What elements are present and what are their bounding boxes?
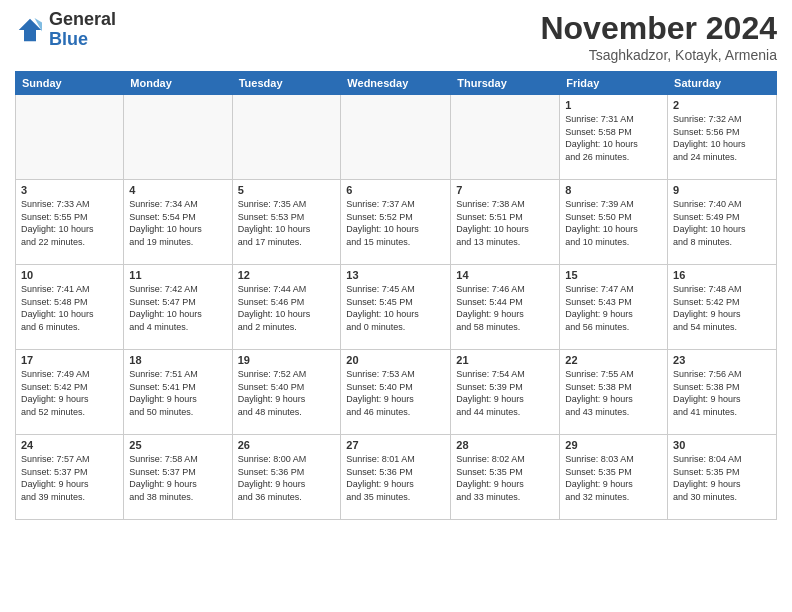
calendar-cell: 1Sunrise: 7:31 AM Sunset: 5:58 PM Daylig… xyxy=(560,95,668,180)
day-info: Sunrise: 7:57 AM Sunset: 5:37 PM Dayligh… xyxy=(21,453,118,503)
calendar-cell: 23Sunrise: 7:56 AM Sunset: 5:38 PM Dayli… xyxy=(668,350,777,435)
calendar-cell: 19Sunrise: 7:52 AM Sunset: 5:40 PM Dayli… xyxy=(232,350,341,435)
day-info: Sunrise: 7:58 AM Sunset: 5:37 PM Dayligh… xyxy=(129,453,226,503)
day-number: 1 xyxy=(565,99,662,111)
day-number: 27 xyxy=(346,439,445,451)
calendar-weekday-header: Saturday xyxy=(668,72,777,95)
day-info: Sunrise: 7:32 AM Sunset: 5:56 PM Dayligh… xyxy=(673,113,771,163)
calendar-cell: 30Sunrise: 8:04 AM Sunset: 5:35 PM Dayli… xyxy=(668,435,777,520)
calendar-weekday-header: Tuesday xyxy=(232,72,341,95)
calendar-cell: 15Sunrise: 7:47 AM Sunset: 5:43 PM Dayli… xyxy=(560,265,668,350)
day-info: Sunrise: 7:47 AM Sunset: 5:43 PM Dayligh… xyxy=(565,283,662,333)
day-info: Sunrise: 7:49 AM Sunset: 5:42 PM Dayligh… xyxy=(21,368,118,418)
calendar-cell xyxy=(451,95,560,180)
day-number: 28 xyxy=(456,439,554,451)
logo-general-text: General xyxy=(49,9,116,29)
calendar-cell: 9Sunrise: 7:40 AM Sunset: 5:49 PM Daylig… xyxy=(668,180,777,265)
day-number: 24 xyxy=(21,439,118,451)
day-number: 19 xyxy=(238,354,336,366)
day-info: Sunrise: 7:55 AM Sunset: 5:38 PM Dayligh… xyxy=(565,368,662,418)
calendar-cell: 13Sunrise: 7:45 AM Sunset: 5:45 PM Dayli… xyxy=(341,265,451,350)
calendar-cell: 16Sunrise: 7:48 AM Sunset: 5:42 PM Dayli… xyxy=(668,265,777,350)
calendar-cell: 20Sunrise: 7:53 AM Sunset: 5:40 PM Dayli… xyxy=(341,350,451,435)
day-number: 14 xyxy=(456,269,554,281)
header: General Blue November 2024 Tsaghkadzor, … xyxy=(15,10,777,63)
day-info: Sunrise: 7:40 AM Sunset: 5:49 PM Dayligh… xyxy=(673,198,771,248)
day-number: 7 xyxy=(456,184,554,196)
day-info: Sunrise: 7:39 AM Sunset: 5:50 PM Dayligh… xyxy=(565,198,662,248)
location-subtitle: Tsaghkadzor, Kotayk, Armenia xyxy=(540,47,777,63)
day-number: 2 xyxy=(673,99,771,111)
calendar-weekday-header: Monday xyxy=(124,72,232,95)
day-number: 9 xyxy=(673,184,771,196)
day-number: 6 xyxy=(346,184,445,196)
day-number: 8 xyxy=(565,184,662,196)
logo-icon xyxy=(15,15,45,45)
calendar-cell: 2Sunrise: 7:32 AM Sunset: 5:56 PM Daylig… xyxy=(668,95,777,180)
calendar-weekday-header: Thursday xyxy=(451,72,560,95)
calendar-weekday-header: Sunday xyxy=(16,72,124,95)
calendar-table: SundayMondayTuesdayWednesdayThursdayFrid… xyxy=(15,71,777,520)
calendar-cell: 17Sunrise: 7:49 AM Sunset: 5:42 PM Dayli… xyxy=(16,350,124,435)
calendar-cell: 11Sunrise: 7:42 AM Sunset: 5:47 PM Dayli… xyxy=(124,265,232,350)
calendar-cell: 21Sunrise: 7:54 AM Sunset: 5:39 PM Dayli… xyxy=(451,350,560,435)
day-number: 4 xyxy=(129,184,226,196)
day-info: Sunrise: 7:53 AM Sunset: 5:40 PM Dayligh… xyxy=(346,368,445,418)
calendar-cell xyxy=(124,95,232,180)
calendar-cell: 4Sunrise: 7:34 AM Sunset: 5:54 PM Daylig… xyxy=(124,180,232,265)
day-info: Sunrise: 7:51 AM Sunset: 5:41 PM Dayligh… xyxy=(129,368,226,418)
logo: General Blue xyxy=(15,10,116,50)
calendar-cell xyxy=(341,95,451,180)
day-number: 16 xyxy=(673,269,771,281)
day-info: Sunrise: 7:31 AM Sunset: 5:58 PM Dayligh… xyxy=(565,113,662,163)
calendar-week-row: 17Sunrise: 7:49 AM Sunset: 5:42 PM Dayli… xyxy=(16,350,777,435)
calendar-cell: 5Sunrise: 7:35 AM Sunset: 5:53 PM Daylig… xyxy=(232,180,341,265)
day-number: 3 xyxy=(21,184,118,196)
day-info: Sunrise: 7:34 AM Sunset: 5:54 PM Dayligh… xyxy=(129,198,226,248)
calendar-cell: 28Sunrise: 8:02 AM Sunset: 5:35 PM Dayli… xyxy=(451,435,560,520)
calendar-cell xyxy=(232,95,341,180)
day-number: 20 xyxy=(346,354,445,366)
title-area: November 2024 Tsaghkadzor, Kotayk, Armen… xyxy=(540,10,777,63)
calendar-week-row: 3Sunrise: 7:33 AM Sunset: 5:55 PM Daylig… xyxy=(16,180,777,265)
calendar-cell: 25Sunrise: 7:58 AM Sunset: 5:37 PM Dayli… xyxy=(124,435,232,520)
day-number: 26 xyxy=(238,439,336,451)
day-info: Sunrise: 7:52 AM Sunset: 5:40 PM Dayligh… xyxy=(238,368,336,418)
logo-blue-text: Blue xyxy=(49,29,88,49)
calendar-cell: 10Sunrise: 7:41 AM Sunset: 5:48 PM Dayli… xyxy=(16,265,124,350)
day-number: 12 xyxy=(238,269,336,281)
day-info: Sunrise: 7:46 AM Sunset: 5:44 PM Dayligh… xyxy=(456,283,554,333)
calendar-cell: 8Sunrise: 7:39 AM Sunset: 5:50 PM Daylig… xyxy=(560,180,668,265)
day-number: 23 xyxy=(673,354,771,366)
day-number: 25 xyxy=(129,439,226,451)
calendar-cell: 22Sunrise: 7:55 AM Sunset: 5:38 PM Dayli… xyxy=(560,350,668,435)
day-info: Sunrise: 7:41 AM Sunset: 5:48 PM Dayligh… xyxy=(21,283,118,333)
day-number: 18 xyxy=(129,354,226,366)
calendar-cell: 26Sunrise: 8:00 AM Sunset: 5:36 PM Dayli… xyxy=(232,435,341,520)
calendar-cell: 6Sunrise: 7:37 AM Sunset: 5:52 PM Daylig… xyxy=(341,180,451,265)
day-info: Sunrise: 7:38 AM Sunset: 5:51 PM Dayligh… xyxy=(456,198,554,248)
calendar-cell: 18Sunrise: 7:51 AM Sunset: 5:41 PM Dayli… xyxy=(124,350,232,435)
calendar-week-row: 24Sunrise: 7:57 AM Sunset: 5:37 PM Dayli… xyxy=(16,435,777,520)
calendar-week-row: 10Sunrise: 7:41 AM Sunset: 5:48 PM Dayli… xyxy=(16,265,777,350)
day-info: Sunrise: 7:48 AM Sunset: 5:42 PM Dayligh… xyxy=(673,283,771,333)
day-info: Sunrise: 8:01 AM Sunset: 5:36 PM Dayligh… xyxy=(346,453,445,503)
day-info: Sunrise: 7:37 AM Sunset: 5:52 PM Dayligh… xyxy=(346,198,445,248)
day-number: 21 xyxy=(456,354,554,366)
day-info: Sunrise: 7:33 AM Sunset: 5:55 PM Dayligh… xyxy=(21,198,118,248)
calendar-cell: 14Sunrise: 7:46 AM Sunset: 5:44 PM Dayli… xyxy=(451,265,560,350)
day-info: Sunrise: 7:45 AM Sunset: 5:45 PM Dayligh… xyxy=(346,283,445,333)
day-info: Sunrise: 8:02 AM Sunset: 5:35 PM Dayligh… xyxy=(456,453,554,503)
calendar-header-row: SundayMondayTuesdayWednesdayThursdayFrid… xyxy=(16,72,777,95)
day-info: Sunrise: 7:42 AM Sunset: 5:47 PM Dayligh… xyxy=(129,283,226,333)
calendar-cell: 12Sunrise: 7:44 AM Sunset: 5:46 PM Dayli… xyxy=(232,265,341,350)
calendar-weekday-header: Wednesday xyxy=(341,72,451,95)
day-info: Sunrise: 7:56 AM Sunset: 5:38 PM Dayligh… xyxy=(673,368,771,418)
calendar-cell: 3Sunrise: 7:33 AM Sunset: 5:55 PM Daylig… xyxy=(16,180,124,265)
main-container: General Blue November 2024 Tsaghkadzor, … xyxy=(0,0,792,612)
day-number: 15 xyxy=(565,269,662,281)
day-info: Sunrise: 8:00 AM Sunset: 5:36 PM Dayligh… xyxy=(238,453,336,503)
day-number: 10 xyxy=(21,269,118,281)
calendar-weekday-header: Friday xyxy=(560,72,668,95)
day-info: Sunrise: 8:03 AM Sunset: 5:35 PM Dayligh… xyxy=(565,453,662,503)
